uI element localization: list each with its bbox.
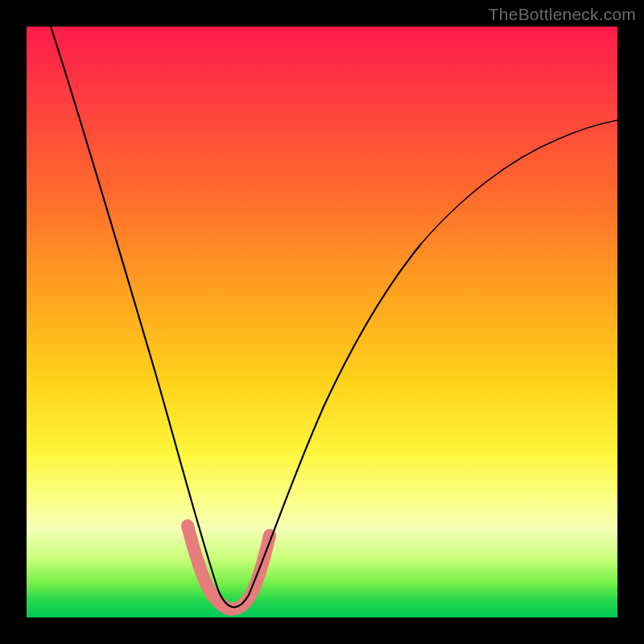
valley-highlight bbox=[188, 526, 270, 609]
bottleneck-curve-left bbox=[49, 22, 421, 607]
curve-layer bbox=[27, 27, 617, 617]
bottleneck-curve-right bbox=[421, 120, 619, 244]
chart-frame: TheBottleneck.com bbox=[0, 0, 644, 644]
watermark-text: TheBottleneck.com bbox=[489, 5, 636, 24]
